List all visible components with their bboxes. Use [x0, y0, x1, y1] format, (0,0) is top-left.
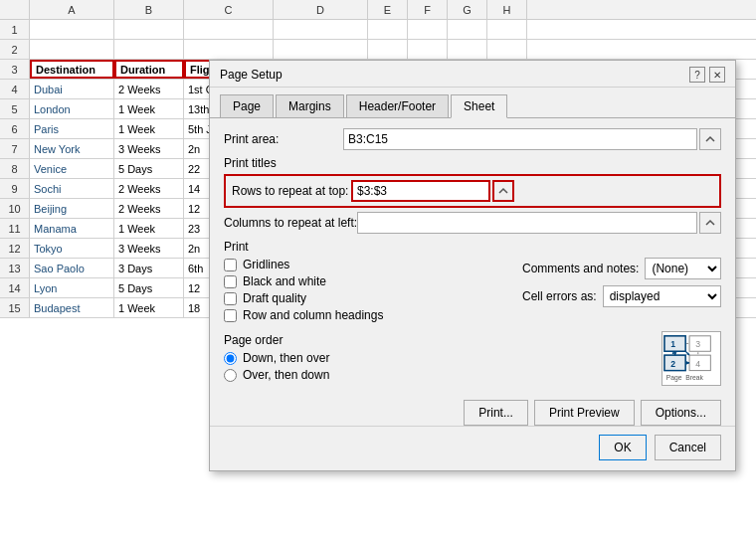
rowcol-checkbox[interactable] — [224, 309, 237, 322]
cell[interactable] — [487, 20, 527, 39]
help-button[interactable]: ? — [689, 67, 705, 83]
col-header-a[interactable]: A — [30, 0, 114, 19]
cell-duration[interactable]: 2 Weeks — [114, 199, 184, 218]
cell-duration[interactable]: 1 Week — [114, 298, 184, 317]
rowcol-label: Row and column headings — [243, 308, 383, 322]
tab-page[interactable]: Page — [220, 94, 274, 118]
rows-repeat-input[interactable] — [351, 180, 490, 202]
cell-destination[interactable]: Venice — [30, 159, 114, 178]
over-down-row: Over, then down — [224, 368, 652, 382]
cell[interactable] — [274, 40, 368, 59]
cell-duration[interactable]: 1 Week — [114, 99, 184, 118]
cell-destination[interactable]: Dubai — [30, 80, 114, 98]
cell[interactable] — [114, 20, 184, 39]
gridlines-checkbox[interactable] — [224, 259, 237, 271]
svg-text:3: 3 — [695, 339, 700, 349]
row-num: 7 — [0, 139, 30, 158]
cell[interactable] — [368, 20, 408, 39]
cols-repeat-collapse-btn[interactable] — [699, 212, 721, 234]
cell-destination[interactable]: Budapest — [30, 298, 114, 317]
print-area-collapse-btn[interactable] — [699, 128, 721, 150]
cell-destination[interactable]: Manama — [30, 219, 114, 238]
cell[interactable] — [184, 20, 274, 39]
rows-repeat-collapse-btn[interactable] — [492, 180, 514, 202]
dialog-body: Print area: Print titles Rows to repeat … — [210, 117, 735, 396]
print-button[interactable]: Print... — [464, 400, 528, 426]
col-header-g[interactable]: G — [448, 0, 487, 19]
errors-select[interactable]: displayed — [603, 285, 721, 307]
cell[interactable] — [184, 40, 274, 59]
cell-destination[interactable]: Sochi — [30, 179, 114, 198]
row-num: 6 — [0, 119, 30, 138]
draft-checkbox[interactable] — [224, 292, 237, 305]
col-header-e[interactable]: E — [368, 0, 408, 19]
cell-destination[interactable]: Tokyo — [30, 239, 114, 258]
close-button[interactable]: ✕ — [709, 67, 725, 83]
cell-destination[interactable]: New York — [30, 139, 114, 158]
cell[interactable] — [274, 20, 368, 39]
cell-duration[interactable]: 5 Days — [114, 278, 184, 297]
rows-repeat-label: Rows to repeat at top: — [232, 184, 351, 198]
cell[interactable] — [30, 20, 114, 39]
tab-header-footer[interactable]: Header/Footer — [346, 94, 449, 118]
print-area-label: Print area: — [224, 132, 343, 146]
col-header-d[interactable]: D — [274, 0, 368, 19]
table-row: 1 — [0, 20, 756, 40]
print-area-input[interactable] — [343, 128, 697, 150]
tab-margins[interactable]: Margins — [276, 94, 344, 118]
cell-destination[interactable]: Lyon — [30, 278, 114, 297]
cell-duration[interactable]: 3 Weeks — [114, 139, 184, 158]
cell[interactable] — [448, 20, 487, 39]
cancel-button[interactable]: Cancel — [655, 435, 721, 460]
print-preview-button[interactable]: Print Preview — [534, 400, 635, 426]
cols-repeat-row: Columns to repeat at left: — [224, 212, 721, 234]
bw-checkbox[interactable] — [224, 275, 237, 288]
cell-duration[interactable]: 2 Weeks — [114, 179, 184, 198]
comments-select[interactable]: (None) — [645, 258, 721, 279]
cell-destination[interactable]: Beijing — [30, 199, 114, 218]
dialog-footer: OK Cancel — [210, 426, 735, 470]
page-order-section: Page order Down, then over Over, then do… — [224, 331, 721, 386]
header-duration[interactable]: Duration — [114, 60, 184, 79]
print-options-layout: Gridlines Black and white Draft quality … — [224, 258, 721, 325]
ok-button[interactable]: OK — [599, 435, 646, 460]
header-destination[interactable]: Destination — [30, 60, 114, 79]
cell[interactable] — [408, 20, 448, 39]
cell-duration[interactable]: 2 Weeks — [114, 80, 184, 98]
page-order-diagram: 1 3 2 4 — [662, 331, 721, 386]
dialog-titlebar: Page Setup ? ✕ — [210, 61, 735, 88]
tab-sheet[interactable]: Sheet — [451, 94, 507, 118]
over-down-radio[interactable] — [224, 369, 237, 382]
cell-destination[interactable]: London — [30, 99, 114, 118]
options-button[interactable]: Options... — [641, 400, 721, 426]
page-setup-dialog: Page Setup ? ✕ Page Margins Header/Foote… — [209, 60, 736, 471]
cell-duration[interactable]: 3 Weeks — [114, 239, 184, 258]
print-area-row: Print area: — [224, 128, 721, 150]
col-header-b[interactable]: B — [114, 0, 184, 19]
cell-duration[interactable]: 1 Week — [114, 219, 184, 238]
cell[interactable] — [487, 40, 527, 59]
cols-repeat-input[interactable] — [357, 212, 697, 234]
dialog-tabs: Page Margins Header/Footer Sheet — [210, 88, 735, 117]
cell[interactable] — [408, 40, 448, 59]
draft-label: Draft quality — [243, 291, 306, 305]
cell[interactable] — [30, 40, 114, 59]
row-num: 13 — [0, 259, 30, 277]
cell-duration[interactable]: 3 Days — [114, 259, 184, 277]
down-over-radio[interactable] — [224, 352, 237, 365]
cell-destination[interactable]: Sao Paolo — [30, 259, 114, 277]
cell-destination[interactable]: Paris — [30, 119, 114, 138]
cell-duration[interactable]: 5 Days — [114, 159, 184, 178]
col-header-f[interactable]: F — [408, 0, 448, 19]
row-num: 12 — [0, 239, 30, 258]
cell[interactable] — [114, 40, 184, 59]
col-header-c[interactable]: C — [184, 0, 274, 19]
row-num: 3 — [0, 60, 30, 79]
row-num: 15 — [0, 298, 30, 317]
dialog-title: Page Setup — [220, 68, 283, 82]
row-num: 8 — [0, 159, 30, 178]
cell[interactable] — [368, 40, 408, 59]
col-header-h[interactable]: H — [487, 0, 527, 19]
cell[interactable] — [448, 40, 487, 59]
cell-duration[interactable]: 1 Week — [114, 119, 184, 138]
